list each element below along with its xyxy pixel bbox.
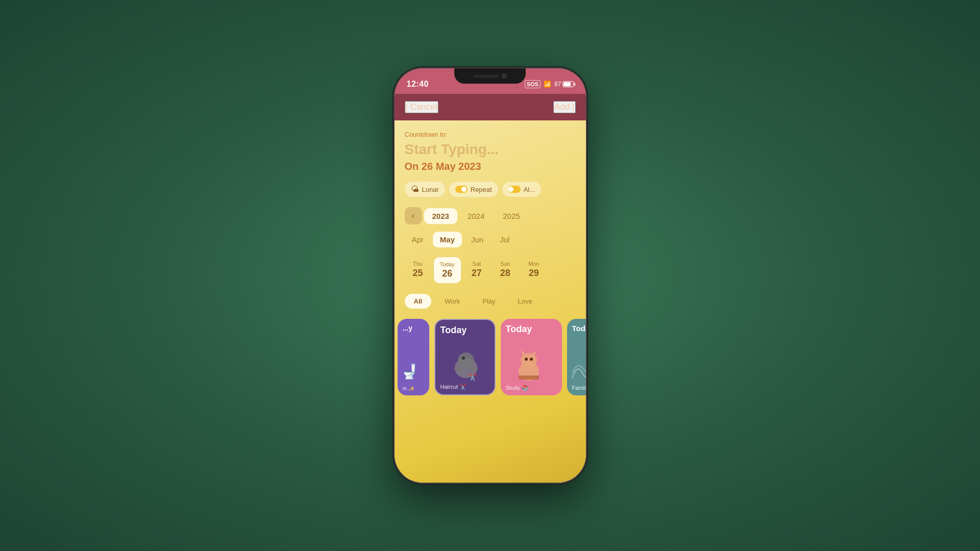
- day-num-26: 26: [442, 268, 452, 279]
- chevron-left-icon: ‹: [412, 211, 414, 220]
- svg-marker-8: [521, 350, 526, 355]
- header-bar: | Cancel Add |: [395, 94, 586, 120]
- svg-point-7: [521, 353, 537, 367]
- alarm-label: Al...: [524, 186, 535, 193]
- month-picker: Apr May Jun Jul: [405, 232, 576, 247]
- app-content: | Cancel Add | Countdown to: Start Typin…: [395, 94, 586, 483]
- widget-today-haircut: Today: [440, 325, 467, 336]
- widget-card-partial[interactable]: ...y 🚽 m ✨: [398, 319, 429, 395]
- day-picker: Thu 25 Today 26 Sat 27 Sun 28: [405, 257, 576, 284]
- study-character: [508, 346, 549, 384]
- day-num-25: 25: [412, 268, 423, 279]
- widget-label-family: Family 🏠: [572, 385, 586, 391]
- notch-speaker: [473, 75, 499, 78]
- toggle-row: 🌤 Lunar Repeat Al...: [405, 182, 576, 197]
- widget-card-family[interactable]: Tod... Family 🏠: [567, 319, 586, 395]
- category-love[interactable]: Love: [509, 294, 542, 309]
- countdown-date[interactable]: On 26 May 2023: [405, 161, 576, 172]
- month-apr[interactable]: Apr: [405, 232, 431, 247]
- year-2025[interactable]: 2025: [495, 208, 528, 224]
- year-2024[interactable]: 2024: [459, 208, 493, 224]
- day-name-sun: Sun: [500, 261, 510, 267]
- day-num-27: 27: [472, 268, 482, 279]
- month-jun[interactable]: Jun: [464, 232, 491, 247]
- notch: [454, 68, 526, 84]
- battery-fill: [564, 82, 571, 86]
- day-name-sat: Sat: [473, 261, 481, 267]
- day-num-29: 29: [529, 268, 539, 279]
- svg-point-4: [454, 367, 462, 372]
- phone-screen: 12:40 SOS 📶 87 | Cancel Add: [395, 68, 586, 483]
- category-play[interactable]: Play: [473, 294, 504, 309]
- day-27[interactable]: Sat 27: [463, 257, 490, 284]
- notch-camera: [502, 73, 507, 79]
- add-button[interactable]: Add |: [553, 101, 575, 113]
- countdown-typing[interactable]: Start Typing...: [405, 141, 576, 158]
- widget-card-study[interactable]: Today: [501, 319, 562, 395]
- repeat-label: Repeat: [471, 186, 492, 193]
- year-2023[interactable]: 2023: [424, 208, 457, 224]
- day-name-thu: Thu: [413, 261, 423, 267]
- battery-body: [562, 81, 574, 87]
- widget-today-family: Tod...: [572, 324, 586, 333]
- wifi-icon: 📶: [544, 81, 551, 88]
- status-icons: SOS 📶 87: [525, 80, 574, 88]
- month-jul[interactable]: Jul: [493, 232, 517, 247]
- lunar-label: Lunar: [422, 186, 439, 193]
- day-28[interactable]: Sun 28: [492, 257, 519, 284]
- day-num-28: 28: [500, 268, 510, 279]
- category-row: All Work Play Love: [405, 294, 576, 309]
- year-picker: ‹ 2023 2024 2025: [405, 207, 576, 224]
- widget-label-study: Study 📚: [506, 385, 529, 391]
- main-content: Countdown to: Start Typing... On 26 May …: [395, 120, 586, 483]
- svg-point-1: [458, 353, 474, 368]
- battery-icon: 87: [554, 81, 573, 88]
- widget-row: ...y 🚽 m ✨ Today: [395, 319, 586, 395]
- svg-marker-9: [532, 350, 537, 355]
- svg-point-11: [530, 358, 533, 361]
- month-may[interactable]: May: [433, 232, 462, 247]
- countdown-label: Countdown to:: [405, 131, 576, 138]
- svg-text:✂️: ✂️: [468, 373, 477, 382]
- category-all[interactable]: All: [405, 294, 432, 309]
- sos-indicator: SOS: [525, 80, 541, 88]
- status-time: 12:40: [407, 80, 429, 89]
- category-work[interactable]: Work: [435, 294, 469, 309]
- repeat-switch[interactable]: [455, 186, 468, 193]
- widget-card-haircut[interactable]: Today ✂️ Haircut ✂️: [434, 319, 496, 395]
- svg-rect-12: [519, 375, 539, 380]
- svg-point-2: [462, 357, 465, 360]
- day-name-today: Today: [440, 261, 455, 267]
- alarm-switch[interactable]: [508, 186, 521, 193]
- status-bar: 12:40 SOS 📶 87: [395, 68, 586, 94]
- widget-today-study: Today: [506, 324, 532, 335]
- haircut-character: ✂️: [446, 345, 486, 383]
- day-name-mon: Mon: [528, 261, 539, 267]
- svg-point-3: [470, 367, 478, 372]
- svg-point-10: [525, 358, 528, 361]
- year-prev-button[interactable]: ‹: [405, 207, 422, 224]
- widget-label-partial: m ✨: [403, 386, 414, 391]
- lunar-toggle[interactable]: 🌤 Lunar: [405, 182, 445, 197]
- lunar-icon: 🌤: [411, 185, 419, 194]
- cancel-button[interactable]: | Cancel: [405, 101, 438, 113]
- day-25[interactable]: Thu 25: [405, 257, 431, 284]
- phone-frame: 12:40 SOS 📶 87 | Cancel Add: [395, 68, 586, 483]
- day-29[interactable]: Mon 29: [521, 257, 547, 284]
- widget-label-haircut: Haircut ✂️: [440, 384, 467, 390]
- repeat-toggle[interactable]: Repeat: [449, 182, 498, 197]
- battery-percent: 87: [554, 81, 561, 88]
- family-art: [570, 358, 586, 383]
- alarm-toggle[interactable]: Al...: [502, 182, 541, 197]
- widget-today-partial: ...y: [403, 324, 412, 332]
- day-26-today[interactable]: Today 26: [433, 257, 461, 284]
